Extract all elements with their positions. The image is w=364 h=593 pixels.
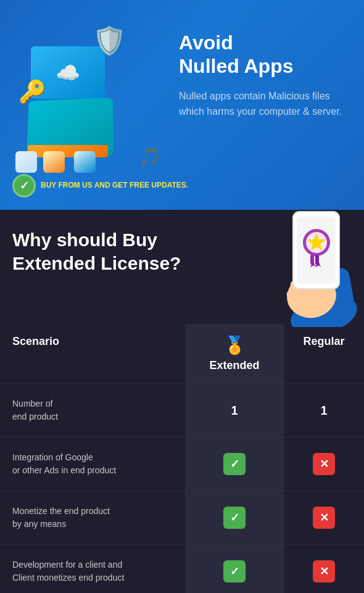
row-1-regular: 1 [284, 384, 364, 437]
check-icon: ✓ [223, 507, 246, 529]
row-3-scenario-text: Monetize the end productby any means [12, 505, 110, 531]
header-regular-cell: Regular [284, 324, 364, 383]
cube-2 [43, 151, 65, 173]
buy-badge: BUY FROM US AND GET FREE UPDATES. [12, 174, 188, 197]
check-icon: ✓ [223, 560, 246, 583]
cube-3 [74, 151, 96, 173]
row-4-extended: ✓ [185, 545, 284, 593]
banner-illustration: ☁️ 🔑 🛡️ 🎵 [12, 12, 173, 179]
row-1-extended-value: 1 [231, 404, 238, 418]
check-circle-icon [12, 174, 36, 197]
lock-icon: 🔑 [19, 79, 46, 105]
header-regular-label: Regular [303, 335, 344, 347]
row-3-scenario: Monetize the end productby any means [0, 491, 185, 544]
cube-1 [15, 151, 37, 173]
buy-badge-text: BUY FROM US AND GET FREE UPDATES. [41, 181, 188, 191]
middle-section: Why should Buy Extended License? [0, 210, 364, 324]
shield-icon: 🛡️ [93, 25, 126, 57]
medal-icon: 🏅 [224, 335, 246, 355]
cross-icon: ✕ [313, 453, 335, 475]
keyboard-block [28, 145, 108, 157]
table-row: Development for a client andClient monet… [0, 544, 364, 593]
row-2-scenario: Integration of Googleor other Ads in end… [0, 437, 185, 491]
music-icon: 🎵 [139, 146, 160, 167]
phone-hand-svg [244, 201, 361, 327]
table-header: Scenario 🏅 Extended Regular [0, 324, 364, 383]
row-1-extended: 1 [185, 384, 284, 437]
header-extended-content: 🏅 Extended [191, 335, 278, 372]
row-3-extended: ✓ [185, 491, 284, 544]
table-row: Number ofend product 1 1 [0, 383, 364, 437]
row-4-scenario: Development for a client andClient monet… [0, 545, 185, 593]
cross-icon: ✕ [313, 560, 335, 583]
banner-description: Nulled apps contain Malicious files whic… [179, 88, 352, 120]
check-icon: ✓ [223, 453, 246, 475]
header-scenario-cell: Scenario [0, 324, 185, 383]
banner-title: Avoid Nulled Apps [179, 31, 352, 78]
phone-illustration [241, 197, 364, 327]
row-3-regular: ✕ [284, 491, 364, 544]
middle-title: Why should Buy Extended License? [12, 228, 181, 275]
header-scenario-label: Scenario [12, 335, 59, 347]
cloud-icon: ☁️ [56, 61, 80, 85]
row-1-regular-value: 1 [320, 404, 327, 418]
header-extended-label: Extended [209, 359, 259, 372]
row-4-regular: ✕ [284, 545, 364, 593]
row-4-scenario-text: Development for a client andClient monet… [12, 558, 124, 584]
top-banner: ☁️ 🔑 🛡️ 🎵 Avoid Nulled Apps Nulled apps … [0, 0, 364, 210]
row-1-scenario-text: Number ofend product [12, 397, 58, 423]
header-extended-cell: 🏅 Extended [185, 324, 284, 383]
banner-text: Avoid Nulled Apps Nulled apps contain Ma… [173, 12, 352, 120]
row-2-regular: ✕ [284, 437, 364, 491]
row-1-scenario: Number ofend product [0, 384, 185, 437]
cross-icon: ✕ [313, 507, 335, 529]
row-2-scenario-text: Integration of Googleor other Ads in end… [12, 451, 116, 477]
row-2-extended: ✓ [185, 437, 284, 491]
table-row: Integration of Googleor other Ads in end… [0, 437, 364, 491]
table-section: Scenario 🏅 Extended Regular Number ofend… [0, 324, 364, 593]
table-row: Monetize the end productby any means ✓ ✕ [0, 491, 364, 544]
